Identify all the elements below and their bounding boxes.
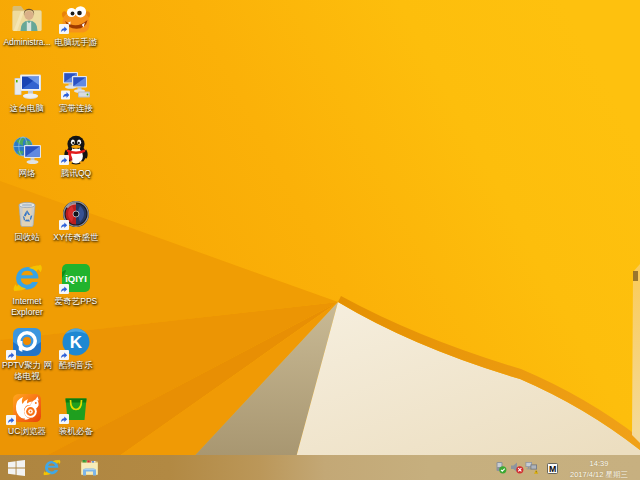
svg-text:M: M: [549, 463, 556, 473]
svg-text:iQIYI: iQIYI: [65, 273, 87, 284]
svg-text:K: K: [70, 333, 83, 352]
